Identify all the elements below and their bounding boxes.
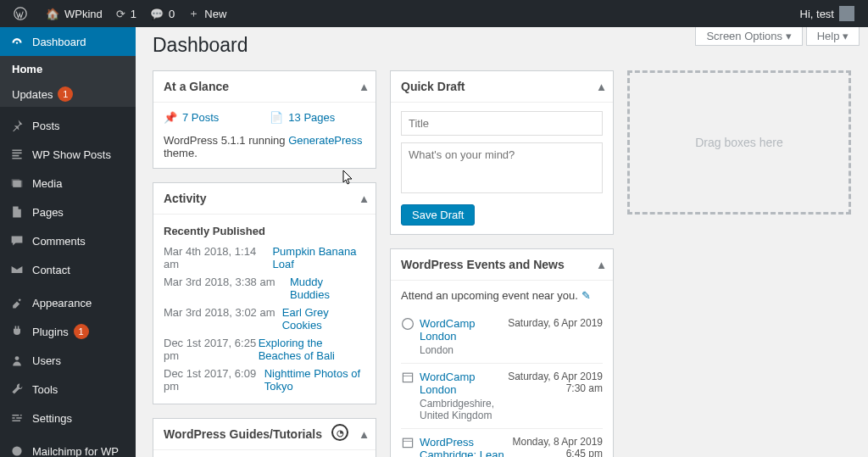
- menu-item-updates[interactable]: Updates1: [0, 81, 136, 107]
- svg-point-5: [403, 319, 414, 330]
- updates-count: 1: [131, 8, 136, 20]
- menu-item-users[interactable]: Users: [0, 346, 136, 375]
- activity-time: Dec 1st 2017, 6:25 pm: [164, 337, 259, 362]
- menu-item-comments[interactable]: Comments: [0, 226, 136, 255]
- toggle-icon[interactable]: ▴: [598, 80, 604, 93]
- event-date: Saturday, 6 Apr 20197:30 am: [501, 371, 603, 421]
- avatar: [839, 6, 854, 21]
- menu-item-media[interactable]: Media: [0, 169, 136, 198]
- menu-label: Mailchimp for WP: [32, 445, 119, 458]
- mailchimp-icon: [8, 444, 25, 457]
- activity-item: Mar 4th 2018, 1:14 amPumpkin Banana Loaf: [164, 242, 365, 273]
- menu-label: Home: [12, 63, 42, 75]
- events-subtext: Attend an upcoming event near you.✎: [401, 289, 603, 302]
- dashboard-icon: [8, 35, 25, 48]
- events-news-heading[interactable]: WordPress Events and News▴: [391, 249, 613, 281]
- menu-item-wp-show-posts[interactable]: WP Show Posts: [0, 140, 136, 169]
- menu-item-posts[interactable]: Posts: [0, 111, 136, 140]
- event-link[interactable]: WordCamp London: [420, 317, 476, 343]
- activity-time: Mar 3rd 2018, 3:38 am: [164, 276, 290, 301]
- menu-item-mailchimp-for-wp[interactable]: Mailchimp for WP: [0, 437, 136, 457]
- at-a-glance-box: At a Glance▴ 📌7 Posts 📄13 Pages WordPres…: [153, 70, 376, 169]
- glance-posts-link[interactable]: 📌7 Posts: [164, 111, 219, 124]
- menu-item-home[interactable]: Home: [0, 56, 136, 81]
- toggle-icon[interactable]: ▴: [598, 258, 604, 271]
- menu-item-pages[interactable]: Pages: [0, 198, 136, 226]
- svg-point-0: [14, 8, 26, 20]
- site-name-link[interactable]: 🏠WPkind: [39, 0, 109, 27]
- activity-item: Dec 1st 2017, 6:25 pmExploring the Beach…: [164, 334, 365, 365]
- menu-label: Posts: [32, 120, 60, 132]
- at-a-glance-heading[interactable]: At a Glance▴: [153, 71, 376, 103]
- help-tab[interactable]: Help ▾: [806, 27, 860, 46]
- activity-post-link[interactable]: Muddy Buddies: [290, 276, 365, 301]
- toggle-icon[interactable]: ▴: [361, 80, 367, 93]
- menu-item-dashboard[interactable]: Dashboard: [0, 27, 136, 56]
- menu-label: Plugins: [32, 326, 69, 338]
- save-draft-button[interactable]: Save Draft: [401, 204, 475, 226]
- theme-link[interactable]: GeneratePress: [288, 134, 362, 147]
- event-item: WordPress Cambridge: Lean Coffee event/s…: [401, 428, 603, 457]
- activity-time: Mar 4th 2018, 1:14 am: [164, 245, 272, 270]
- meetup-icon: [401, 436, 420, 457]
- my-account-link[interactable]: Hi, test: [793, 0, 861, 27]
- event-location: Cambridgeshire, United Kingdom: [420, 398, 501, 421]
- activity-time: Dec 1st 2017, 6:09 pm: [164, 367, 264, 393]
- version-text: WordPress 5.1.1 running GeneratePress th…: [164, 131, 365, 159]
- wordpress-icon: [14, 7, 27, 20]
- activity-post-link[interactable]: Pumpkin Banana Loaf: [272, 245, 365, 270]
- event-link[interactable]: WordPress Cambridge: Lean Coffee event/s…: [420, 436, 504, 457]
- menu-label: Settings: [32, 412, 72, 425]
- empty-drop-zone[interactable]: Drag boxes here: [627, 70, 851, 215]
- page-icon: 📄: [270, 111, 283, 124]
- menu-label: Comments: [32, 235, 86, 248]
- activity-item: Mar 3rd 2018, 3:02 amEarl Grey Cookies: [164, 304, 365, 334]
- pencil-icon[interactable]: ✎: [581, 289, 591, 302]
- menu-label: Dashboard: [32, 36, 86, 48]
- activity-post-link[interactable]: Earl Grey Cookies: [282, 306, 365, 332]
- menu-label: Updates: [12, 88, 53, 101]
- glance-pages-link[interactable]: 📄13 Pages: [270, 111, 335, 124]
- menu-item-tools[interactable]: Tools: [0, 375, 136, 404]
- pin-icon: 📌: [164, 111, 177, 124]
- updates-link[interactable]: ⟳1: [109, 0, 143, 27]
- admin-menu: DashboardHomeUpdates1PostsWP Show PostsM…: [0, 27, 136, 457]
- user-icon: [8, 354, 25, 367]
- appearance-icon: [8, 296, 25, 309]
- new-content-link[interactable]: ＋New: [181, 0, 233, 27]
- wp-logo[interactable]: [7, 0, 39, 27]
- svg-rect-6: [403, 373, 412, 382]
- activity-post-link[interactable]: Exploring the Beaches of Bali: [259, 337, 365, 362]
- comment-icon: [8, 234, 25, 248]
- menu-label: WP Show Posts: [32, 148, 111, 161]
- update-icon: ⟳: [116, 8, 125, 20]
- draft-content-input[interactable]: [401, 142, 603, 193]
- draft-title-input[interactable]: [401, 111, 603, 136]
- toggle-icon[interactable]: ▴: [361, 427, 367, 441]
- events-news-box: WordPress Events and News▴ Attend an upc…: [390, 248, 614, 457]
- activity-post-link[interactable]: Nighttime Photos of Tokyo: [264, 367, 365, 393]
- comment-icon: 💬: [150, 8, 164, 20]
- menu-item-settings[interactable]: Settings: [0, 404, 136, 432]
- menu-item-plugins[interactable]: Plugins1: [0, 317, 136, 346]
- themeisle-icon: ◔: [331, 424, 348, 441]
- comments-link[interactable]: 💬0: [143, 0, 181, 27]
- event-link[interactable]: WordCamp London: [420, 371, 476, 396]
- menu-label: Tools: [32, 383, 58, 396]
- event-item: WordCamp LondonCambridgeshire, United Ki…: [401, 363, 603, 428]
- activity-heading[interactable]: Activity▴: [153, 183, 376, 215]
- text-icon: [8, 148, 25, 161]
- contact-icon: [8, 263, 25, 276]
- event-date: Saturday, 6 Apr 2019: [501, 317, 603, 356]
- activity-time: Mar 3rd 2018, 3:02 am: [164, 306, 282, 332]
- menu-item-appearance[interactable]: Appearance: [0, 288, 136, 317]
- menu-item-contact[interactable]: Contact: [0, 255, 136, 284]
- plus-icon: ＋: [188, 6, 199, 21]
- guides-heading[interactable]: WordPress Guides/Tutorials◔▴: [153, 419, 376, 450]
- toggle-icon[interactable]: ▴: [361, 192, 367, 205]
- quick-draft-heading[interactable]: Quick Draft▴: [391, 71, 613, 103]
- screen-options-tab[interactable]: Screen Options ▾: [695, 27, 802, 46]
- quick-draft-box: Quick Draft▴ Save Draft: [390, 70, 614, 235]
- pin-icon: [8, 119, 25, 132]
- svg-point-3: [12, 446, 21, 455]
